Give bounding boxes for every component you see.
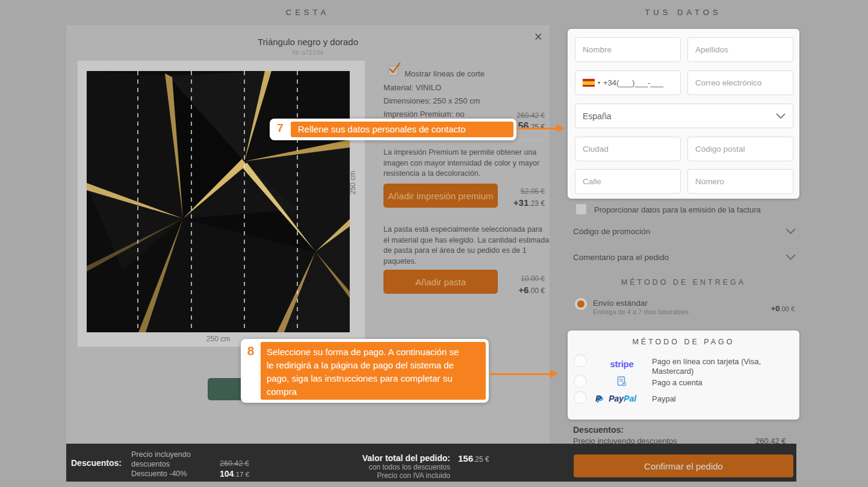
phone-input[interactable]: ▾ +34(___)___-___ [575,70,681,95]
email-input[interactable] [687,70,793,95]
product-number: Nr u72104 [66,49,550,56]
order-comment-label: Comentario para el pedido [573,253,669,262]
callout-7-text: Rellene sus datos personales de contacto [291,122,513,137]
first-name-input[interactable] [575,37,681,62]
promo-code-label: Código de promoción [573,227,650,236]
cart-section-title: CESTA [187,8,428,17]
bar-total-sub1: con todos los descuentos [342,463,450,471]
invoice-document-icon [617,376,627,386]
chevron-down-icon [776,113,786,119]
spec-dimensions: Dimensiones: 250 x 250 cm [383,95,480,108]
add-premium-button[interactable]: Añadir impresión premium [383,184,498,208]
customer-form-card: ▾ +34(___)___-___ España [568,29,799,199]
delivery-standard-radio[interactable] [575,298,587,310]
bar-total-sub2: Precio con IVA incluido [342,471,450,480]
bar-desc-line1: Precio incluyendo [131,450,191,459]
premium-add-dec: .23 € [529,199,545,208]
delivery-sub: Entrega de 4 a 7 días laborables [593,308,689,315]
delivery-price: +0.00 € [771,303,795,314]
spec-material: Material: VINILO [383,81,441,95]
house-number-input[interactable] [687,169,793,194]
promo-code-row[interactable]: Código de promoción [573,226,799,238]
callout-7-arrow-head [557,124,565,132]
product-image-frame: 250 cm 250 cm [77,60,365,347]
product-price-dec: .25 € [529,123,545,131]
callout-8-arrow-head [550,370,558,378]
product-price: 156.25 € [513,121,545,132]
payment-paypal-radio[interactable] [574,391,587,404]
invoice-checkbox[interactable] [575,203,587,215]
customer-section-title: TUS DATOS [563,8,804,17]
confirm-order-button[interactable]: Confirmar el pedido [574,454,793,477]
product-image [87,71,350,332]
radio-dot [577,300,584,308]
chevron-down-icon [786,228,796,235]
payment-paypal-option-label: Paypal [652,394,676,404]
callout-8-arrow [489,373,551,375]
postal-code-input[interactable] [687,137,793,161]
callout-8-text: Seleccione su forma de pago. A continuac… [261,342,486,400]
order-comment-row[interactable]: Comentario para el pedido [573,252,799,264]
tutorial-callout-8: 8 Seleccione su forma de pago. A continu… [241,339,489,403]
checkout-page: CESTA TUS DATOS × Triángulo negro y dora… [0,0,868,487]
check-icon [388,61,402,75]
paypal-logo: P P PayPal [595,393,636,403]
bar-new-price: 104.17 € [220,468,249,479]
street-input[interactable] [575,169,681,194]
bar-old-price: 260.42 € [220,459,249,468]
callout-7-arrow [516,128,557,129]
premium-old-price: 52.05 € [521,187,545,196]
payment-account-option-label: Pago a cuenta [652,378,702,388]
payment-method-header: MÉTODO DE PAGO [568,338,799,346]
bar-total-value: 156.25 € [458,453,489,464]
delivery-method-header: MÉTODO DE ENTREGA [568,278,799,287]
callout-7-number: 7 [270,122,291,135]
payment-account-radio[interactable] [574,374,587,388]
delivery-name: Envío estándar [593,299,648,308]
invoice-checkbox-label: Proporcionar datos para la emisión de la… [594,205,761,214]
paypal-p-front: P [595,393,601,403]
pasta-add-main: +6 [518,285,529,295]
bar-new-price-main: 104 [220,469,234,479]
tutorial-callout-7: 7 Rellene sus datos personales de contac… [270,119,516,140]
bar-total-label: Valor total del pedido: [342,453,450,463]
bar-new-price-dec: .17 € [234,471,249,478]
product-old-price: 260.42 € [516,111,545,120]
spain-flag-icon [583,79,595,87]
paypal-text-pay: Pay [609,394,624,403]
flag-caret-icon: ▾ [598,80,600,85]
country-value: España [583,111,611,121]
divider [383,140,545,141]
premium-add-price: +31.23 € [513,197,545,208]
pasta-old-price: 10.00 € [521,275,545,283]
cut-lines-label: Mostrar líneas de corte [405,67,485,81]
delivery-price-dec: .00 € [780,305,795,312]
pasta-add-dec: .00 € [529,287,545,295]
chevron-down-icon [786,254,796,261]
premium-add-main: +31 [513,197,529,208]
phone-mask: +34(___)___-___ [603,78,663,87]
image-height-label: 250 cm [349,170,357,194]
pasta-add-price: +6.00 € [518,285,545,296]
callout-8-number: 8 [241,344,261,358]
delivery-price-main: +0 [771,304,780,313]
bar-desc-line2: descuentos [131,459,170,469]
city-input[interactable] [575,137,681,161]
bar-desc-line3: Descuento -40% [131,469,187,479]
payment-stripe-radio[interactable] [574,354,587,367]
discounts-panel-title: Descuentos: [573,425,624,435]
payment-card-option-label: Pago en línea con tarjeta (Visa, Masterc… [652,357,775,376]
paypal-text-pal: Pal [624,394,636,403]
stripe-logo: stripe [604,359,640,369]
premium-description: La impresión Premium te permite obtener … [383,147,547,179]
pasta-description: La pasta está especialmente seleccionada… [383,225,550,267]
country-select[interactable]: España [575,104,793,128]
payment-card: MÉTODO DE PAGO stripe Pago en línea con … [568,330,799,420]
add-pasta-button[interactable]: Añadir pasta [383,270,498,294]
order-summary-bar: Descuentos: Precio incluyendo descuentos… [66,444,796,482]
bar-total-main: 156 [458,453,473,464]
product-title: Triángulo negro y dorado [66,37,550,47]
last-name-input[interactable] [687,37,793,62]
bar-total-dec: .25 € [473,455,489,464]
bar-discounts-label: Descuentos: [71,458,122,468]
